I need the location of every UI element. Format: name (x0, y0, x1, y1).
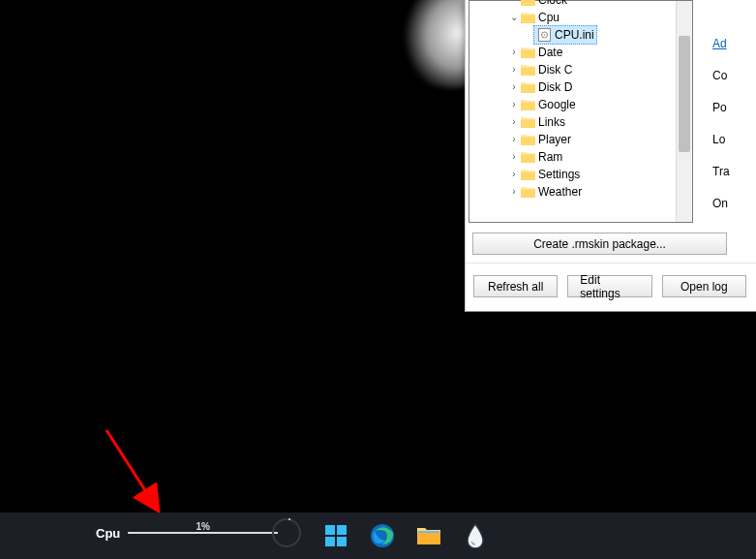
folder-icon (520, 62, 535, 78)
tree-node-label: Player (538, 131, 571, 148)
property-label: Lo (712, 133, 756, 165)
annotation-arrow (101, 426, 178, 523)
tree-node[interactable]: ›Disk C (469, 61, 692, 78)
svg-rect-9 (417, 533, 440, 544)
folder-icon (520, 184, 535, 200)
tree-node[interactable]: ›Weather (469, 183, 692, 201)
tree-node-label: Links (538, 113, 565, 131)
expander-open-icon[interactable]: ⌄ (508, 9, 520, 26)
tree-scrollbar-thumb[interactable] (679, 36, 690, 152)
tree-node-label: Weather (538, 183, 582, 201)
rainmeter-manage-window: Clock⌄CpuCPU.ini›Date›Disk C›Disk D›Goog… (465, 0, 756, 312)
folder-icon (520, 132, 535, 147)
ini-file-icon (536, 27, 552, 43)
rainmeter-button[interactable] (455, 515, 496, 556)
windows-logo-icon (325, 525, 347, 546)
tree-node-label: Ram (538, 148, 562, 166)
edge-icon (370, 523, 395, 548)
tree-node[interactable]: ›Google (469, 96, 692, 113)
expander-closed-icon[interactable]: › (508, 96, 520, 113)
raindrop-icon (466, 523, 485, 548)
tree-node-label: Date (538, 44, 562, 61)
property-label: Tra (712, 165, 756, 197)
skins-tree: Clock⌄CpuCPU.ini›Date›Disk C›Disk D›Goog… (469, 0, 693, 223)
folder-icon (520, 10, 535, 25)
svg-rect-7 (337, 537, 347, 546)
refresh-all-button[interactable]: Refresh all (473, 275, 558, 297)
svg-line-3 (106, 430, 159, 512)
tree-node[interactable]: ›Disk D (469, 78, 692, 96)
tree-node-label: Disk D (538, 78, 572, 96)
tree-node[interactable]: ›Player (469, 131, 692, 148)
file-explorer-button[interactable] (408, 515, 449, 556)
folder-icon (520, 0, 535, 8)
svg-rect-10 (418, 531, 439, 533)
tree-node-label: CPU.ini (555, 26, 594, 44)
cpu-percent-text: 1% (128, 521, 278, 532)
folder-icon (520, 149, 535, 165)
tree-node-label: Settings (538, 166, 580, 183)
open-log-button[interactable]: Open log (662, 275, 746, 297)
tree-node[interactable]: ›Links (469, 113, 692, 131)
property-label: Co (712, 69, 756, 101)
tree-node[interactable]: ›Date (469, 44, 692, 61)
expander-closed-icon[interactable]: › (508, 148, 520, 166)
cpu-ring-gauge (272, 518, 301, 547)
skin-properties-panel: Ad Co Po Lo Tra On (693, 0, 756, 229)
folder-icon (520, 97, 535, 112)
tree-node[interactable]: ⌄Cpu (469, 9, 692, 26)
expander-closed-icon[interactable]: › (508, 61, 520, 78)
cpu-widget-label: Cpu (96, 526, 120, 541)
svg-rect-5 (337, 525, 347, 535)
property-label: On (712, 197, 756, 229)
expander-closed-icon[interactable]: › (508, 131, 520, 148)
expander-closed-icon[interactable]: › (508, 44, 520, 61)
tree-scrollbar[interactable] (676, 1, 692, 222)
edit-settings-button[interactable]: Edit settings (567, 275, 651, 297)
expander-closed-icon[interactable]: › (508, 113, 520, 131)
folder-icon (520, 167, 535, 182)
edge-browser-button[interactable] (362, 515, 403, 556)
expander-closed-icon[interactable]: › (508, 183, 520, 201)
tree-node[interactable]: Clock (469, 0, 692, 9)
tree-node[interactable]: CPU.ini (469, 26, 692, 44)
tree-node-label: Google (538, 96, 576, 113)
svg-rect-4 (325, 525, 335, 535)
file-explorer-icon (416, 525, 441, 546)
expander-closed-icon[interactable]: › (508, 78, 520, 96)
tree-node-label: Cpu (538, 9, 559, 26)
active-skins-link[interactable]: Ad (712, 37, 727, 50)
cpu-skin-widget[interactable]: Cpu 1% (96, 518, 301, 547)
create-rmskin-button[interactable]: Create .rmskin package... (472, 233, 727, 255)
folder-icon (520, 45, 535, 60)
tree-node[interactable]: ›Settings (469, 166, 692, 183)
folder-icon (520, 79, 535, 95)
tree-node-label: Disk C (538, 61, 572, 78)
tree-node-label: Clock (538, 0, 567, 9)
svg-point-2 (543, 34, 545, 36)
window-action-bar: Refresh all Edit settings Open log (466, 263, 756, 311)
tree-node[interactable]: ›Ram (469, 148, 692, 166)
property-label: Po (712, 101, 756, 133)
start-button[interactable] (316, 515, 356, 556)
folder-icon (520, 114, 535, 130)
svg-rect-6 (325, 537, 335, 546)
expander-closed-icon[interactable]: › (508, 166, 520, 183)
cpu-bar: 1% (128, 532, 278, 534)
